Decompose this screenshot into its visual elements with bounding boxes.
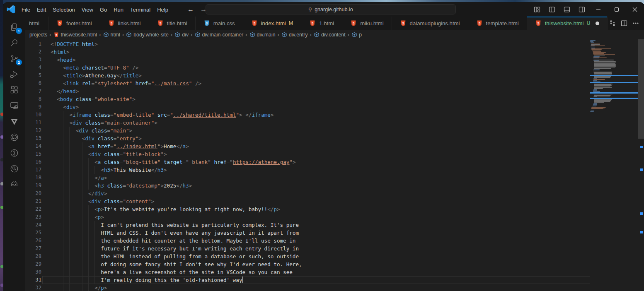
code-line-14[interactable]: 14<a href="../index.html">Home</a> [25, 142, 590, 150]
code-line-20[interactable]: 20</div> [25, 190, 590, 197]
line-number: 10 [25, 111, 41, 119]
activity-explorer-icon[interactable]: 1 [5, 19, 23, 35]
activity-triangle-logo-icon[interactable] [5, 113, 23, 129]
code-line-30[interactable]: 30here's a live screenshot of the site i… [25, 268, 590, 276]
editor-scrollbar[interactable] [638, 39, 644, 291]
menu-terminal[interactable]: Terminal [127, 5, 154, 14]
breadcrumb: projects›5thiswebsite.html›html›body.who… [25, 30, 644, 39]
activity-source-control-icon[interactable]: 2 [5, 51, 23, 66]
code-line-12[interactable]: 12<div class="main"> [25, 127, 590, 135]
activity-extensions-icon[interactable] [5, 82, 23, 98]
toggle-primary-sidebar-icon[interactable] [549, 6, 555, 13]
tab-html[interactable]: html [25, 17, 48, 30]
code-line-1[interactable]: 1<!DOCTYPE html> [25, 40, 590, 48]
code-line-24[interactable]: 24I can't pretend this website is partic… [25, 221, 590, 229]
breadcrumb-item[interactable]: div.entry [281, 32, 308, 38]
symbol-element-icon [195, 32, 201, 38]
tab-links.html[interactable]: 5links.html [100, 17, 149, 30]
tab-template.html[interactable]: 5template.html [468, 17, 527, 30]
maximize-button[interactable] [608, 2, 626, 17]
split-editor-icon[interactable] [619, 18, 629, 28]
toggle-panel-icon[interactable] [564, 6, 570, 13]
menu-run[interactable]: Run [110, 5, 127, 14]
code-line-4[interactable]: 4<meta charset="UTF-8" /> [25, 64, 590, 72]
close-button[interactable] [626, 2, 644, 17]
code-line-11[interactable]: 11<div class="main-container"> [25, 119, 590, 127]
breadcrumb-item[interactable]: 5thiswebsite.html [53, 32, 97, 38]
code-line-22[interactable]: 22<p>It's the website you're looking at … [25, 205, 590, 213]
code-line-19[interactable]: 19<h3 class="datestamp">2025</h3> [25, 182, 590, 190]
code-line-32[interactable]: 32</p> [25, 284, 590, 291]
customize-layout-icon[interactable] [534, 6, 540, 13]
menu-go[interactable]: Go [97, 5, 110, 14]
minimize-button[interactable] [589, 2, 608, 17]
vscode-logo-icon [7, 5, 15, 14]
code-line-31[interactable]: 31I'm really doing this the 'old-fashion… [25, 276, 590, 284]
scrollbar-thumb[interactable] [638, 39, 644, 139]
menu-file[interactable]: File [18, 5, 34, 14]
activity-github-icon[interactable] [5, 129, 23, 145]
code-line-2[interactable]: 2<html> [25, 48, 590, 56]
menu-edit[interactable]: Edit [34, 5, 49, 14]
activity-godot-tools-icon[interactable] [5, 176, 23, 192]
back-arrow-icon[interactable]: ← [187, 6, 194, 13]
toggle-secondary-sidebar-icon[interactable] [579, 6, 585, 13]
command-center-search[interactable]: ⚲ gnargle.github.io [206, 4, 456, 14]
more-actions-icon[interactable] [631, 18, 641, 28]
code-line-8[interactable]: 8<body class="whole-site"> [25, 95, 590, 103]
breadcrumb-item[interactable]: div.main [249, 32, 276, 38]
code-line-7[interactable]: 7</head> [25, 87, 590, 95]
tab-dalamudplugins.html[interactable]: 5dalamudplugins.html [392, 17, 468, 30]
tab-footer.html[interactable]: 5footer.html [48, 17, 100, 30]
open-changes-icon[interactable] [608, 18, 617, 28]
breadcrumb-item[interactable]: div.content [314, 32, 346, 38]
breadcrumb-item[interactable]: html [103, 32, 120, 38]
line-number: 4 [25, 64, 41, 72]
activity-gitlens-search-icon[interactable] [5, 161, 23, 176]
code-line-13[interactable]: 13<div class="entry"> [25, 135, 590, 142]
breadcrumb-item[interactable]: projects [29, 32, 47, 38]
breadcrumb-item[interactable]: div.main-container [195, 32, 244, 38]
html-file-icon: 5 [476, 20, 483, 26]
breadcrumb-item[interactable]: body.whole-site [126, 32, 169, 38]
code-line-28[interactable]: 28the HTML instead of pulling from a dat… [25, 253, 590, 260]
tab-miku.html[interactable]: 5miku.html [342, 17, 392, 30]
code-line-18[interactable]: 18</a> [25, 174, 590, 182]
menu-view[interactable]: View [78, 5, 97, 14]
code-line-17[interactable]: 17<h3>This Website</h3> [25, 166, 590, 174]
code-line-29[interactable]: 29of doing some fancy shit I don't see w… [25, 260, 590, 268]
breadcrumb-item[interactable]: div [174, 32, 189, 38]
code-line-25[interactable]: 25HTML and CSS. I don't even have any ja… [25, 229, 590, 237]
code-line-21[interactable]: 21<div class="content"> [25, 197, 590, 205]
minimap[interactable] [590, 40, 638, 112]
minimap-decoration-bar [590, 98, 638, 99]
tab-main.css[interactable]: 3main.css [196, 17, 243, 30]
tab-thiswebsite.html[interactable]: 5thiswebsite.htmlU [527, 17, 608, 30]
code-editor[interactable]: 1<!DOCTYPE html>2<html>3<head>4<meta cha… [25, 39, 644, 291]
svg-text:5: 5 [56, 33, 57, 36]
breadcrumb-label: p [359, 32, 362, 38]
code-line-3[interactable]: 3<head> [25, 56, 590, 64]
activity-run-and-debug-icon[interactable] [5, 66, 23, 82]
code-line-15[interactable]: 15<div class="title-block"> [25, 150, 590, 158]
menu-help[interactable]: Help [154, 5, 172, 14]
code-line-23[interactable]: 23<p> [25, 213, 590, 221]
code-line-5[interactable]: 5<title>Athene.Gay</title> [25, 72, 590, 79]
tab-title.html[interactable]: 5title.html [149, 17, 196, 30]
breadcrumb-item[interactable]: p [351, 32, 362, 38]
activity-remote-explorer-icon[interactable] [5, 98, 23, 113]
menu-selection[interactable]: Selection [49, 5, 78, 14]
code-line-27[interactable]: 27future if it's necessary but I'm writi… [25, 245, 590, 253]
code-line-6[interactable]: 6<link rel="stylesheet" href="../main.cs… [25, 79, 590, 87]
tab-1.html[interactable]: 51.html [301, 17, 342, 30]
unsaved-dot-icon[interactable] [596, 22, 599, 25]
code-line-26[interactable]: 26the embedded hit counter at the bottom… [25, 237, 590, 245]
screen: FileEditSelectionViewGoRunTerminalHelp ←… [0, 0, 644, 291]
activity-gitlens-icon[interactable] [5, 145, 23, 161]
code-line-10[interactable]: 10<iframe class="embed-title" src="../sh… [25, 111, 590, 119]
code-line-9[interactable]: 9<div> [25, 103, 590, 111]
activity-search-icon[interactable] [5, 35, 23, 51]
code-line-16[interactable]: 16<a class="blog-title" target="_blank" … [25, 158, 590, 166]
tab-label: main.css [213, 20, 235, 26]
tab-index.html[interactable]: 5index.htmlM [243, 17, 302, 30]
